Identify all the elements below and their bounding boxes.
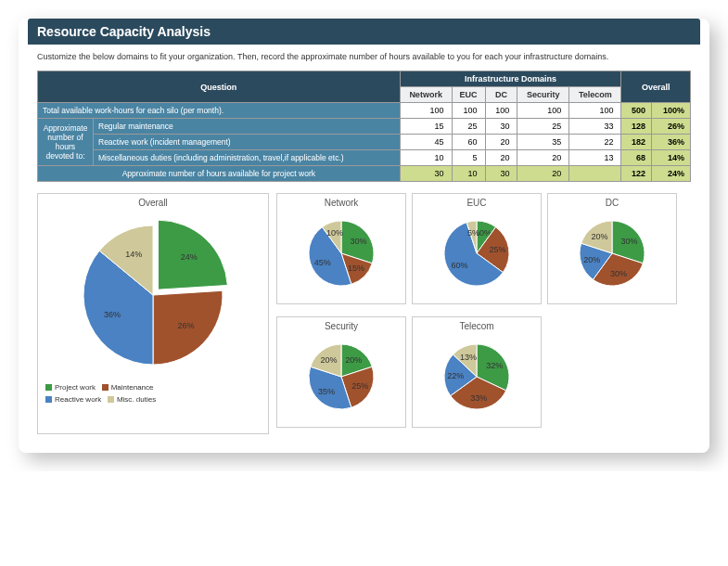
svg-text:5%: 5% — [467, 228, 479, 238]
pie-telecom: 32%33%22%13% — [426, 335, 528, 418]
swatch-reactive-icon — [45, 396, 52, 403]
svg-text:20%: 20% — [321, 355, 338, 365]
swatch-project-icon — [45, 384, 52, 391]
table-row: Miscellaneous duties (including administ… — [38, 150, 691, 166]
chart-dc: DC 30%30%20%20% — [547, 193, 677, 304]
legend: Project work Maintenance Reactive work M… — [38, 379, 268, 410]
chart-overall: Overall 24%26%36%14% Project work Mainte… — [37, 193, 269, 434]
col-euc: EUC — [452, 87, 485, 103]
header-overall: Overall — [621, 71, 691, 103]
charts-area: Overall 24%26%36%14% Project work Mainte… — [37, 193, 691, 434]
chart-telecom: Telecom 32%33%22%13% — [412, 316, 542, 428]
svg-text:26%: 26% — [178, 321, 195, 330]
col-security: Security — [517, 87, 569, 103]
svg-text:14%: 14% — [125, 250, 142, 259]
svg-text:15%: 15% — [348, 264, 364, 273]
col-dc: DC — [485, 87, 517, 103]
table-row: Reactive work (incident management) 45 6… — [38, 135, 691, 150]
svg-text:24%: 24% — [181, 252, 198, 262]
analysis-card: Resource Capacity Analysis Customize the… — [19, 19, 709, 453]
svg-text:33%: 33% — [470, 393, 487, 403]
svg-text:20%: 20% — [583, 255, 600, 264]
svg-text:25%: 25% — [489, 245, 505, 254]
svg-text:10%: 10% — [326, 228, 343, 238]
pie-network: 30%15%45%10% — [290, 212, 392, 295]
chart-grid: Network 30%15%45%10% EUC 10%25%60%5% DC … — [276, 193, 677, 434]
chart-network: Network 30%15%45%10% — [276, 193, 406, 304]
swatch-maintenance-icon — [102, 384, 109, 391]
pie-security: 20%25%35%20% — [290, 335, 392, 418]
svg-text:35%: 35% — [318, 387, 335, 396]
svg-text:25%: 25% — [351, 381, 368, 391]
col-telecom: Telecom — [569, 87, 621, 103]
swatch-misc-icon — [108, 396, 114, 403]
col-network: Network — [400, 87, 452, 103]
svg-text:45%: 45% — [314, 258, 331, 267]
page-title: Resource Capacity Analysis — [28, 19, 700, 45]
svg-text:36%: 36% — [104, 310, 121, 319]
svg-text:30%: 30% — [610, 269, 627, 278]
chart-euc: EUC 10%25%60%5% — [412, 193, 542, 304]
svg-text:32%: 32% — [486, 361, 503, 370]
svg-text:60%: 60% — [452, 261, 468, 270]
svg-text:20%: 20% — [592, 232, 608, 241]
pie-dc: 30%30%20%20% — [561, 212, 663, 295]
svg-text:13%: 13% — [460, 353, 477, 362]
svg-text:30%: 30% — [620, 237, 637, 246]
header-question: Question — [38, 71, 401, 103]
table-row: Total available work-hours for each silo… — [38, 103, 691, 119]
header-domains: Infrastructure Domains — [400, 71, 621, 87]
svg-text:30%: 30% — [350, 237, 366, 246]
chart-security: Security 20%25%35%20% — [276, 316, 406, 428]
capacity-table: Question Infrastructure Domains Overall … — [37, 71, 691, 182]
svg-text:20%: 20% — [345, 355, 362, 365]
pie-euc: 10%25%60%5% — [426, 212, 528, 295]
table-row: Approximate number of hours available fo… — [38, 166, 691, 182]
svg-text:22%: 22% — [447, 371, 464, 380]
instruction-text: Customize the below domains to fit your … — [37, 52, 691, 61]
table-row: Approximate number of hours devoted to: … — [38, 119, 691, 135]
pie-overall: 24%26%36%14% — [60, 212, 246, 379]
